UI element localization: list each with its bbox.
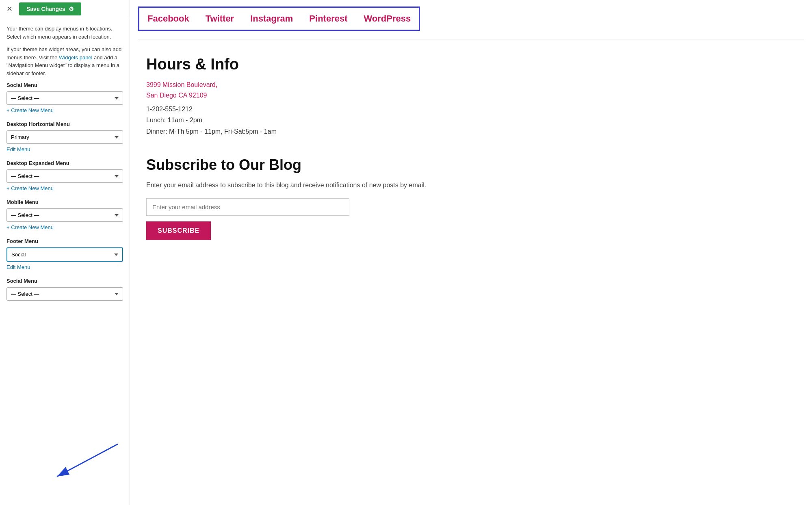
social-menu-create-link[interactable]: + Create New Menu: [6, 107, 54, 113]
desktop-expanded-label: Desktop Expanded Menu: [6, 160, 123, 166]
footer-menu-select[interactable]: Social — Select — Primary: [6, 247, 123, 262]
sidebar-content: Your theme can display menus in 6 locati…: [0, 18, 130, 505]
desktop-expanded-section: Desktop Expanded Menu — Select — Primary…: [6, 160, 123, 192]
nav-item-twitter[interactable]: Twitter: [206, 13, 234, 24]
social-menu-2-section: Social Menu — Select — Primary Social: [6, 278, 123, 301]
sidebar: ✕ Save Changes ⚙ Your theme can display …: [0, 0, 130, 505]
subscribe-button[interactable]: SUBSCRIBE: [146, 221, 211, 240]
hours-lunch: Lunch: 11am - 2pm: [146, 115, 439, 126]
desktop-horizontal-section: Desktop Horizontal Menu Primary — Select…: [6, 121, 123, 153]
widgets-panel-link[interactable]: Widgets panel: [59, 54, 92, 61]
close-icon: ✕: [6, 5, 13, 13]
main-content: Facebook Twitter Instagram Pinterest Wor…: [130, 0, 812, 505]
mobile-menu-label: Mobile Menu: [6, 199, 123, 205]
description-1: Your theme can display menus in 6 locati…: [6, 25, 123, 41]
desktop-expanded-select[interactable]: — Select — Primary Social: [6, 169, 123, 183]
hours-dinner: Dinner: M-Th 5pm - 11pm, Fri-Sat:5pm - 1…: [146, 126, 439, 137]
description-2: If your theme has widget areas, you can …: [6, 46, 123, 77]
address-link[interactable]: 3999 Mission Boulevard, San Diego CA 921…: [146, 80, 439, 100]
section-divider: [138, 39, 804, 39]
mobile-menu-select[interactable]: — Select — Primary Social: [6, 208, 123, 222]
desktop-expanded-create-link[interactable]: + Create New Menu: [6, 185, 54, 191]
social-nav-bar: Facebook Twitter Instagram Pinterest Wor…: [138, 7, 420, 31]
nav-item-wordpress[interactable]: WordPress: [364, 13, 411, 24]
social-menu-section: Social Menu — Select — Primary Social + …: [6, 82, 123, 114]
nav-item-facebook[interactable]: Facebook: [147, 13, 189, 24]
nav-item-pinterest[interactable]: Pinterest: [309, 13, 347, 24]
save-label: Save Changes: [26, 6, 65, 12]
sidebar-header: ✕ Save Changes ⚙: [0, 0, 130, 18]
gear-icon: ⚙: [69, 6, 74, 12]
desktop-horizontal-edit-link[interactable]: Edit Menu: [6, 146, 30, 152]
email-input[interactable]: [146, 198, 349, 216]
social-menu-2-label: Social Menu: [6, 278, 123, 284]
social-menu-2-select[interactable]: — Select — Primary Social: [6, 287, 123, 301]
mobile-menu-section: Mobile Menu — Select — Primary Social + …: [6, 199, 123, 231]
desktop-horizontal-select[interactable]: Primary — Select — Social: [6, 130, 123, 144]
mobile-menu-create-link[interactable]: + Create New Menu: [6, 224, 54, 230]
social-menu-label: Social Menu: [6, 82, 123, 88]
save-button[interactable]: Save Changes ⚙: [19, 2, 81, 15]
footer-menu-section: Footer Menu Social — Select — Primary Ed…: [6, 238, 123, 271]
content-body: Hours & Info 3999 Mission Boulevard, San…: [130, 48, 455, 256]
subscribe-section: Subscribe to Our Blog Enter your email a…: [146, 156, 439, 241]
footer-menu-label: Footer Menu: [6, 238, 123, 244]
close-button[interactable]: ✕: [3, 3, 16, 15]
hours-title: Hours & Info: [146, 56, 439, 73]
desktop-horizontal-label: Desktop Horizontal Menu: [6, 121, 123, 127]
subscribe-title: Subscribe to Our Blog: [146, 156, 439, 173]
hours-phone: 1-202-555-1212: [146, 104, 439, 115]
nav-item-instagram[interactable]: Instagram: [250, 13, 293, 24]
footer-menu-edit-link[interactable]: Edit Menu: [6, 264, 30, 270]
social-menu-select[interactable]: — Select — Primary Social: [6, 91, 123, 105]
subscribe-description: Enter your email address to subscribe to…: [146, 180, 439, 191]
